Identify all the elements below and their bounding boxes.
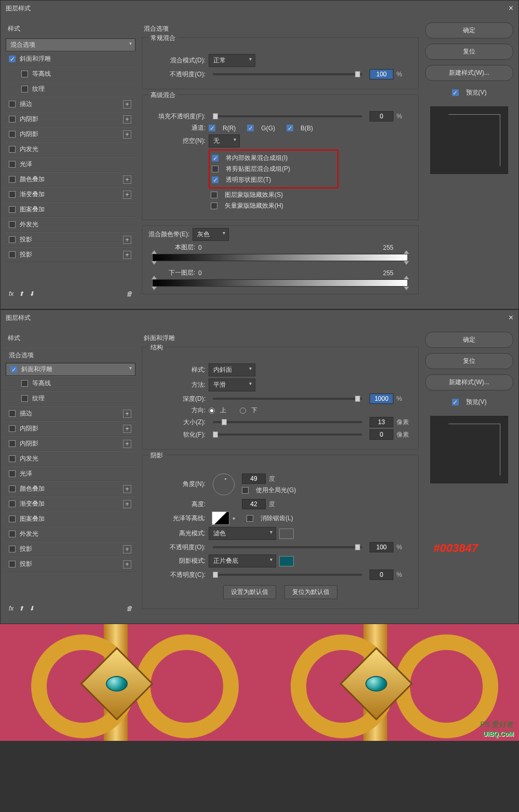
set-default-button[interactable]: 设置为默认值 (223, 585, 276, 599)
preview-checkbox[interactable]: ✓ (452, 399, 459, 405)
arrow-up-icon[interactable]: ⬆ (19, 290, 24, 297)
style-stroke[interactable]: 描边+ (6, 97, 135, 112)
checkbox-icon[interactable]: ✓ (10, 366, 17, 373)
checkbox-icon[interactable] (9, 546, 16, 552)
channel-b-checkbox[interactable]: ✓ (286, 125, 293, 131)
fx-icon[interactable]: fx (9, 605, 13, 612)
depth-slider[interactable] (213, 398, 362, 400)
style-inner-shadow-2[interactable]: 内阴影+ (6, 436, 135, 451)
antialias-checkbox[interactable] (247, 515, 253, 522)
soften-input[interactable]: 0 (370, 429, 393, 440)
style-inner-shadow-2[interactable]: 内阴影+ (6, 127, 135, 142)
style-pattern-overlay[interactable]: 图案叠加 (6, 202, 135, 217)
style-select[interactable]: 内斜面 (209, 363, 255, 376)
channel-r-checkbox[interactable]: ✓ (209, 125, 215, 131)
blend-mode-select[interactable]: 正常 (209, 54, 255, 67)
preview-checkbox[interactable]: ✓ (452, 89, 459, 96)
add-icon[interactable]: + (123, 236, 131, 244)
style-inner-shadow-1[interactable]: 内阴影+ (6, 421, 135, 436)
add-icon[interactable]: + (123, 440, 131, 448)
style-color-overlay[interactable]: 颜色叠加+ (6, 481, 135, 496)
dir-down-radio[interactable] (240, 408, 246, 414)
checkbox-icon[interactable] (9, 131, 16, 138)
under-layer-gradient[interactable] (153, 279, 408, 287)
fx-icon[interactable]: fx (9, 290, 13, 297)
checkbox-icon[interactable] (9, 410, 16, 417)
size-slider[interactable] (213, 421, 362, 423)
channel-g-checkbox[interactable]: ✓ (247, 125, 254, 131)
this-layer-gradient[interactable] (153, 254, 408, 261)
fill-opacity-slider[interactable] (213, 115, 362, 117)
add-icon[interactable]: + (123, 425, 131, 433)
checkbox-icon[interactable] (21, 71, 28, 77)
ok-button[interactable]: 确定 (425, 22, 513, 38)
style-contour[interactable]: 等高线 (6, 376, 135, 391)
trash-icon[interactable]: 🗑 (126, 290, 132, 297)
angle-dial[interactable] (213, 473, 235, 495)
knockout-select[interactable]: 无 (209, 134, 240, 147)
checkbox-icon[interactable]: ✓ (212, 177, 218, 183)
altitude-input[interactable]: 42 (242, 499, 266, 509)
opacity-slider[interactable] (213, 73, 362, 75)
checkbox-icon[interactable] (9, 236, 16, 243)
add-icon[interactable]: + (123, 500, 131, 508)
checkbox-icon[interactable] (9, 561, 16, 567)
checkbox-icon[interactable] (9, 191, 16, 198)
style-texture[interactable]: 纹理 (6, 82, 135, 97)
add-icon[interactable]: + (123, 175, 131, 184)
blend-if-select[interactable]: 灰色 (193, 228, 229, 241)
checkbox-icon[interactable] (9, 161, 16, 168)
checkbox-icon[interactable] (9, 516, 16, 522)
checkbox-icon[interactable]: ✓ (9, 56, 16, 62)
style-outer-glow[interactable]: 外发光 (6, 526, 135, 542)
checkbox-icon[interactable] (21, 380, 28, 387)
checkbox-icon[interactable] (21, 86, 28, 92)
checkbox-icon[interactable] (9, 206, 16, 213)
new-style-button[interactable]: 新建样式(W)... (425, 374, 513, 390)
angle-input[interactable]: 49 (242, 473, 266, 484)
style-outer-glow[interactable]: 外发光 (6, 217, 135, 232)
close-icon[interactable]: × (509, 4, 513, 13)
style-drop-shadow-1[interactable]: 投影+ (6, 542, 135, 557)
style-pattern-overlay[interactable]: 图案叠加 (6, 511, 135, 526)
style-blending-options[interactable]: 混合选项 (6, 38, 135, 51)
style-satin[interactable]: 光泽 (6, 466, 135, 481)
style-inner-shadow-1[interactable]: 内阴影+ (6, 112, 135, 127)
checkbox-icon[interactable] (9, 146, 16, 153)
arrow-up-icon[interactable]: ⬆ (19, 605, 24, 612)
hl-opacity-slider[interactable] (213, 546, 362, 548)
reset-default-button[interactable]: 复位为默认值 (284, 585, 337, 599)
add-icon[interactable]: + (123, 191, 131, 199)
style-stroke[interactable]: 描边+ (6, 406, 135, 421)
fill-opacity-input[interactable]: 0 (370, 111, 393, 121)
new-style-button[interactable]: 新建样式(W)... (425, 65, 513, 81)
checkbox-icon[interactable] (9, 440, 16, 447)
highlight-color-swatch[interactable] (279, 529, 294, 539)
checkbox-icon[interactable] (9, 531, 16, 537)
size-input[interactable]: 13 (370, 417, 393, 427)
style-color-overlay[interactable]: 颜色叠加+ (6, 172, 135, 187)
depth-input[interactable]: 1000 (370, 394, 393, 404)
checkbox-icon[interactable] (9, 101, 16, 107)
checkbox-icon[interactable] (9, 425, 16, 432)
add-icon[interactable]: + (123, 251, 131, 259)
cancel-button[interactable]: 复位 (425, 353, 513, 369)
hl-opacity-input[interactable]: 100 (370, 542, 393, 552)
shadow-color-swatch[interactable] (279, 556, 294, 566)
dir-up-radio[interactable] (209, 408, 215, 414)
style-drop-shadow-1[interactable]: 投影+ (6, 232, 135, 247)
style-gradient-overlay[interactable]: 渐变叠加+ (6, 496, 135, 511)
global-light-checkbox[interactable] (242, 487, 249, 494)
style-blending-options[interactable]: 混合选项 (6, 348, 135, 363)
checkbox-icon[interactable]: ✓ (212, 155, 218, 161)
checkbox-icon[interactable] (9, 470, 16, 477)
sh-opacity-input[interactable]: 0 (370, 570, 393, 580)
style-inner-glow[interactable]: 内发光 (6, 142, 135, 157)
arrow-down-icon[interactable]: ⬇ (29, 605, 34, 612)
trash-icon[interactable]: 🗑 (126, 605, 132, 612)
add-icon[interactable]: + (123, 100, 131, 109)
style-gradient-overlay[interactable]: 渐变叠加+ (6, 187, 135, 202)
checkbox-icon[interactable] (211, 192, 217, 198)
checkbox-icon[interactable] (9, 176, 16, 183)
checkbox-icon[interactable] (9, 116, 16, 123)
